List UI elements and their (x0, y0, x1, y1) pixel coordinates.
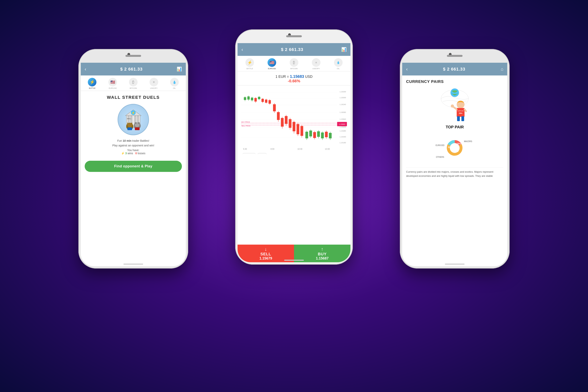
svg-text:10:30: 10:30 (297, 148, 302, 150)
chart-icon-left[interactable]: 📊 (176, 67, 182, 72)
phone-center: ‹ $ 2 661.33 📊 ⚡ BATTLE 🇺🇸 EUR/USD (235, 30, 353, 264)
screen-right: ‹ $ 2 661.33 ⌂ CURRENCY PAIRS (402, 63, 507, 266)
svg-rect-55 (268, 100, 271, 104)
usdjpy-tab-label-left: USD/JPY (150, 87, 158, 89)
svg-point-97 (451, 104, 454, 108)
speaker-right (447, 55, 462, 57)
svg-text:1.15330: 1.15330 (340, 136, 346, 138)
svg-text:BUY PRICE: BUY PRICE (242, 121, 250, 123)
svg-text:5:30: 5:30 (243, 148, 247, 150)
svg-point-15 (138, 122, 140, 124)
character-illustration: EUR/USD 28% (406, 87, 503, 123)
oil-tab-icon-c: 💧 (334, 58, 342, 67)
svg-text:1.15630: 1.15630 (340, 126, 346, 128)
back-icon-right[interactable]: ‹ (406, 66, 408, 72)
svg-text:1.15480: 1.15480 (340, 130, 346, 132)
home-bar-center (284, 260, 304, 261)
sell-price: 1.15679 (259, 256, 272, 260)
home-bar-left (124, 264, 143, 264)
chart-area: 1.16330 1.16300 1.16240 1.16090 1.15840 … (238, 86, 350, 154)
svg-rect-61 (281, 118, 284, 126)
oil-tab-icon-left: 💧 (170, 78, 179, 86)
header-right: ‹ $ 2 661.33 ⌂ (402, 63, 507, 76)
battle-tab-icon: ⚡ (88, 78, 96, 86)
phone-left: ‹ $ 2 661.33 📊 ⚡ BATTLE 🇺🇸 EUR/USD (78, 49, 188, 268)
usdjpy-tab-icon-c: ≡ (312, 58, 320, 67)
rate-unit: USD (304, 75, 312, 78)
battle-title: WALL STREET DUELS (85, 95, 182, 100)
tab-battle-center[interactable]: ⚡ BATTLE (240, 58, 260, 70)
battle-tab-label: BATTLE (89, 87, 96, 89)
svg-text:MAJORS: MAJORS (464, 140, 472, 142)
lightning-icon-c: ⚡ (247, 60, 252, 65)
oil-icon-c: 💧 (336, 61, 340, 64)
tab-bitcoin-left[interactable]: ₿ BITCOIN (124, 78, 143, 89)
bitcoin-label-c: BITCOIN (290, 68, 298, 70)
chart-type-button[interactable]: 〰 (258, 153, 267, 154)
nav-tabs-left: ⚡ BATTLE 🇺🇸 EUR/USD ₿ BITCOIN (81, 76, 186, 91)
svg-rect-16 (135, 128, 140, 130)
oil-tab-label-left: OIL (173, 87, 176, 89)
eurusd-label-c: EUR/USD (268, 68, 276, 70)
sell-label: SELL (260, 252, 271, 256)
svg-text:70%: 70% (454, 150, 458, 152)
svg-rect-57 (273, 104, 276, 111)
svg-rect-79 (317, 131, 320, 137)
svg-rect-41 (244, 97, 246, 100)
svg-text:13:00: 13:00 (325, 148, 330, 150)
find-opponent-button[interactable]: Find opponent & Play (85, 161, 182, 172)
losses-label: losses (138, 152, 146, 155)
tab-oil-left[interactable]: 💧 OIL (165, 78, 184, 89)
svg-rect-99 (457, 116, 460, 121)
tab-usdjpy-left[interactable]: ≡ USD/JPY (144, 78, 163, 89)
tab-bitcoin-center[interactable]: ₿ BITCOIN (284, 58, 304, 70)
currency-description: Currency pairs are divided into majors, … (406, 168, 503, 178)
svg-text:EUR/USD: EUR/USD (458, 110, 464, 112)
eurusd-tab-icon-c: 🇺🇸 (268, 58, 276, 67)
battle-bold: 10 min (123, 139, 131, 142)
top-pair-section: TOP PAIR (406, 125, 503, 129)
usdjpy-tab-icon-left: ≡ (150, 78, 158, 86)
bitcoin-icon-c: ₿ (293, 60, 295, 65)
rate-text: 1 EUR = (276, 75, 290, 78)
svg-rect-51 (262, 99, 264, 102)
bitcoin-tab-icon-c: ₿ (290, 58, 298, 67)
svg-text:1.15840: 1.15840 (340, 118, 346, 120)
svg-text:OTHERS: OTHERS (436, 156, 444, 158)
back-icon-center[interactable]: ‹ (242, 47, 243, 52)
tab-usdjpy-center[interactable]: ≡ USD/JPY (306, 58, 326, 70)
lightning-icon: ⚡ (90, 80, 95, 85)
svg-rect-77 (313, 132, 316, 138)
svg-text:1.16090: 1.16090 (340, 111, 346, 113)
rate-display: 1 EUR = 1.15683 USD -0.66% (238, 71, 350, 86)
currency-pairs-title: CURRENCY PAIRS (406, 80, 503, 84)
chart-icon-center[interactable]: 📊 (341, 47, 346, 52)
svg-text:EUR/USD: EUR/USD (436, 144, 444, 146)
battle-stats: You have: ⚡ 3 wins 0 losses (85, 148, 182, 155)
tab-eurusd-left[interactable]: 🇺🇸 EUR/USD (103, 78, 122, 89)
phones-container: ‹ $ 2 661.33 📊 ⚡ BATTLE 🇺🇸 EUR/USD (39, 10, 549, 382)
donut-svg: EUR/USD MAJORS OTHERS 28% 70% 30% (435, 132, 474, 164)
tab-oil-center[interactable]: 💧 OIL (328, 58, 348, 70)
header-title-right: $ 2 661.33 (443, 67, 465, 72)
tab-battle-left[interactable]: ⚡ BATTLE (83, 78, 102, 89)
wins-count: 3 (125, 152, 127, 155)
svg-rect-63 (285, 116, 288, 124)
battle-image: ⚡ WALL (118, 104, 149, 135)
svg-text:28%: 28% (457, 142, 461, 145)
svg-text:28%: 28% (459, 112, 462, 114)
back-icon-left[interactable]: ‹ (85, 66, 86, 72)
header-center: ‹ $ 2 661.33 📊 (238, 43, 350, 56)
header-title-center: $ 2 661.33 (281, 47, 304, 52)
timeframe-button[interactable]: 15M> (242, 153, 256, 154)
header-left: ‹ $ 2 661.33 📊 (81, 63, 186, 76)
donut-chart-section: EUR/USD MAJORS OTHERS 28% 70% 30% (406, 132, 503, 164)
home-icon-right[interactable]: ⌂ (501, 67, 503, 72)
svg-rect-65 (289, 119, 292, 128)
tab-eurusd-center[interactable]: 🇺🇸 EUR/USD (262, 58, 282, 70)
battle-label-c: BATTLE (246, 68, 253, 70)
flag-icon-c: 🇺🇸 (270, 60, 274, 65)
eurusd-tab-icon-left: 🇺🇸 (108, 78, 117, 86)
svg-rect-81 (321, 132, 324, 138)
svg-rect-49 (258, 97, 260, 99)
